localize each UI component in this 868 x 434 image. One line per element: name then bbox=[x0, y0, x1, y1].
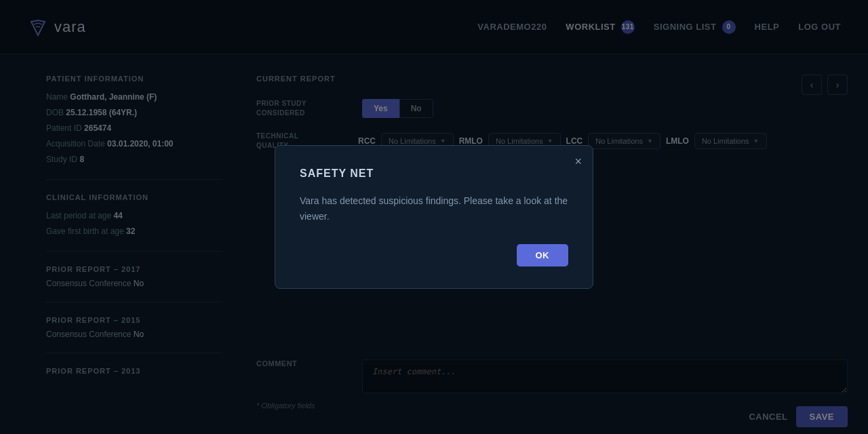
modal-close-button[interactable]: × bbox=[574, 155, 582, 167]
modal-body: Vara has detected suspicious findings. P… bbox=[300, 193, 568, 224]
ok-button[interactable]: OK bbox=[517, 244, 569, 267]
safety-net-modal: × SAFETY NET Vara has detected suspiciou… bbox=[275, 145, 593, 289]
modal-footer: OK bbox=[300, 244, 568, 267]
modal-title: SAFETY NET bbox=[300, 167, 568, 180]
modal-overlay[interactable]: × SAFETY NET Vara has detected suspiciou… bbox=[0, 0, 868, 434]
